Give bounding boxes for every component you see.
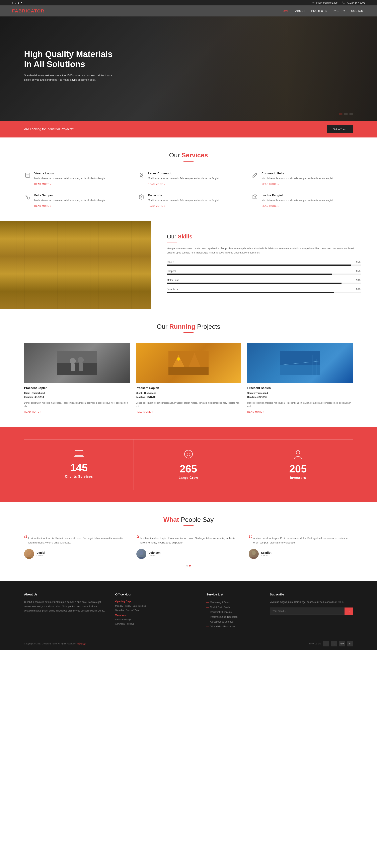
testimonials-section-title: What People Say bbox=[24, 516, 353, 526]
stat-item-crew: 265 Large Crew bbox=[134, 439, 243, 490]
services-heading: Our Services bbox=[24, 152, 353, 159]
project-readmore-3[interactable]: READ MORE » bbox=[247, 411, 265, 413]
stat-item-investors: 205 Investors bbox=[243, 439, 353, 490]
footer-bottom: Copyright © 2017 Company name All rights… bbox=[24, 637, 353, 650]
stat-number-investors: 205 bbox=[247, 464, 349, 474]
stat-item-clients: 145 Clients Services bbox=[24, 439, 134, 490]
skill-track-scrubbers bbox=[167, 291, 361, 293]
nav-item-projects[interactable]: PROJECTS bbox=[311, 9, 327, 12]
skill-bar-steel: Steel : 95% bbox=[167, 261, 361, 266]
hero-title: High Quality Materials In All Solutions bbox=[24, 49, 116, 69]
testimonial-dot-2[interactable] bbox=[189, 565, 191, 566]
skills-heading-highlight: Skills bbox=[178, 234, 192, 240]
skill-percent-hoppers: 85% bbox=[356, 270, 361, 273]
svg-rect-28 bbox=[77, 456, 81, 456]
nav-item-about[interactable]: ABOUT bbox=[296, 9, 305, 12]
footer-service-6[interactable]: Oil and Gas Revolution bbox=[206, 624, 262, 629]
service-title-5: Eu Iaculis bbox=[148, 193, 220, 197]
footer-service-4[interactable]: Pharmaceutical Research bbox=[206, 615, 262, 619]
service-title-4: Felis Semper bbox=[34, 193, 106, 197]
footer-service-2[interactable]: Coal & Solid Fuels bbox=[206, 605, 262, 610]
svg-point-20 bbox=[177, 358, 180, 361]
service-readmore-6[interactable]: READ MORE » bbox=[262, 205, 279, 207]
service-readmore-5[interactable]: READ MORE » bbox=[148, 205, 165, 207]
footer-follow-text: Follow us on: bbox=[308, 643, 321, 645]
facebook-social-icon[interactable]: f bbox=[323, 641, 329, 646]
book-icon bbox=[25, 173, 31, 178]
project-thumb-3 bbox=[247, 343, 353, 383]
behance-icon[interactable]: b bbox=[18, 1, 19, 4]
facebook-icon[interactable]: f bbox=[12, 1, 13, 4]
project-meta-2: Client : Themebond Deadline : 21/12/18 bbox=[136, 391, 241, 399]
footer-grid: About Us Curabitur non nulla sit amet ni… bbox=[24, 593, 353, 629]
project-card-1: Praesent Sapien Client : Themebond Deadl… bbox=[24, 343, 130, 413]
nav-menu: HOME ABOUT PROJECTS PAGES ▾ CONTACT bbox=[281, 9, 365, 12]
service-content-3: Commodo Felis Morbi viverra lacus commod… bbox=[262, 172, 333, 185]
footer-service-3[interactable]: Industrial Chemicals bbox=[206, 610, 262, 615]
svg-point-4 bbox=[141, 174, 142, 175]
svg-point-8 bbox=[141, 196, 142, 198]
service-title-2: Lacus Commodo bbox=[148, 172, 220, 175]
skills-description: Volutpat assumenda est, omnis dolor repe… bbox=[167, 246, 361, 255]
footer-email-input[interactable] bbox=[270, 608, 344, 615]
testimonial-info-2: Johnson Clients bbox=[149, 551, 161, 557]
project-meta-1: Client : Themebond Deadline : 21/12/18 bbox=[24, 391, 130, 399]
testimonials-section: What People Say In vitae tincidunt turpi… bbox=[0, 502, 377, 581]
skill-fill-hoppers bbox=[167, 274, 332, 275]
service-readmore-3[interactable]: READ MORE » bbox=[262, 183, 279, 185]
service-readmore-1[interactable]: READ MORE » bbox=[34, 183, 52, 185]
social-icons[interactable]: f t b ▪ bbox=[12, 1, 22, 4]
skill-bar-hoppers: Hoppers 85% bbox=[167, 270, 361, 275]
rss-icon[interactable]: ▪ bbox=[21, 1, 22, 4]
testimonial-slider-dots[interactable] bbox=[24, 565, 353, 566]
footer: About Us Curabitur non nulla sit amet ni… bbox=[0, 581, 377, 650]
project-client-label-2: Client : bbox=[136, 392, 144, 394]
service-icon-2 bbox=[138, 172, 145, 179]
testimonial-quote-2: In vitae tincidunt turpis. Proin in euis… bbox=[136, 536, 241, 545]
project-title-3: Praesent Sapien bbox=[247, 386, 353, 390]
footer-subscribe-button[interactable]: → bbox=[344, 608, 353, 615]
brand-logo[interactable]: FABRICATOR bbox=[12, 8, 44, 14]
project-meta-3: Client : Themebond Deadline : 21/12/18 bbox=[247, 391, 353, 399]
linkedin-social-icon[interactable]: in bbox=[347, 641, 353, 646]
svg-rect-22 bbox=[280, 365, 320, 375]
testimonial-item-3: In vitae tincidunt turpis. Proin in euis… bbox=[249, 536, 353, 559]
footer-social-links: Follow us on: f t G+ in bbox=[308, 641, 353, 646]
nav-item-contact[interactable]: CONTACT bbox=[351, 9, 365, 12]
service-readmore-2[interactable]: READ MORE » bbox=[148, 183, 165, 185]
cta-button[interactable]: Get in Touch bbox=[327, 125, 353, 133]
footer-service-1[interactable]: Machinery & Tools bbox=[206, 600, 262, 605]
service-content-4: Felis Semper Morbi viverra lacus commodo… bbox=[34, 193, 106, 207]
service-icon-3 bbox=[251, 172, 259, 179]
project-card-3: Praesent Sapien Client : Themebond Deadl… bbox=[247, 343, 353, 413]
service-title-1: Viverra Lacus bbox=[34, 172, 106, 175]
service-desc-4: Morbi viverra lacus commodo felis semper… bbox=[34, 198, 106, 202]
testimonial-dot-1[interactable] bbox=[186, 565, 188, 566]
twitter-social-icon[interactable]: t bbox=[331, 641, 337, 646]
services-section: Our Services Viverra Lacus Morbi viverra… bbox=[0, 137, 377, 221]
nav-item-pages[interactable]: PAGES ▾ bbox=[333, 9, 345, 12]
svg-point-35 bbox=[252, 551, 256, 555]
testimonial-author-2: Johnson Clients bbox=[136, 549, 241, 559]
services-grid: Viverra Lacus Morbi viverra lacus commod… bbox=[24, 172, 353, 207]
service-readmore-4[interactable]: READ MORE » bbox=[34, 205, 52, 207]
cta-banner: Are Looking for Industrial Projects? Get… bbox=[0, 121, 377, 137]
project-readmore-1[interactable]: READ MORE » bbox=[24, 411, 41, 413]
pencil-icon bbox=[252, 173, 258, 178]
project-desc-2: Donec sollicitudin molestie malesuada. P… bbox=[136, 401, 241, 408]
projects-section-title: Our Running Projects bbox=[24, 323, 353, 333]
testimonials-grid: In vitae tincidunt turpis. Proin in euis… bbox=[24, 536, 353, 559]
navbar: FABRICATOR HOME ABOUT PROJECTS PAGES ▾ C… bbox=[0, 5, 377, 17]
project-deadline-label-3: Deadline : bbox=[247, 396, 259, 398]
googleplus-social-icon[interactable]: G+ bbox=[339, 641, 345, 646]
footer-opening-label: Opening Days bbox=[115, 600, 199, 603]
service-icon-5 bbox=[138, 193, 145, 201]
twitter-icon[interactable]: t bbox=[15, 1, 15, 4]
stat-number-crew: 265 bbox=[138, 464, 239, 474]
project-readmore-2[interactable]: READ MORE » bbox=[136, 411, 153, 413]
project-image-3 bbox=[280, 351, 320, 375]
footer-service-5[interactable]: Aerospace & Defence bbox=[206, 619, 262, 624]
nav-item-home[interactable]: HOME bbox=[281, 9, 289, 12]
skill-label-scrubbers: Scrubbers bbox=[167, 288, 178, 290]
svg-point-9 bbox=[254, 196, 256, 198]
